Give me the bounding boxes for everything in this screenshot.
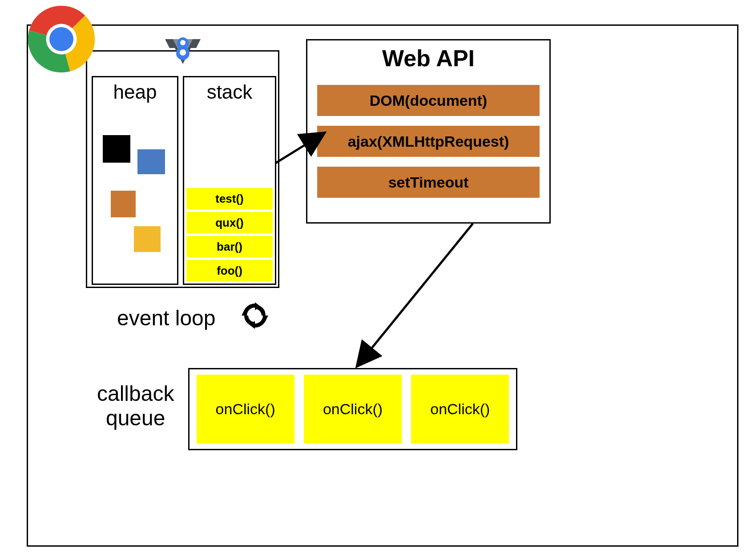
web-api-item: DOM(document) — [317, 85, 540, 116]
callback-label-line1: callback — [97, 382, 174, 405]
stack-frames: test() qux() bar() foo() — [186, 188, 273, 281]
svg-point-11 — [180, 40, 185, 45]
stack-frame: test() — [186, 188, 273, 209]
web-api-box: Web API DOM(document) ajax(XMLHttpReques… — [306, 39, 551, 224]
diagram-frame: heap stack test() qux() bar() foo() Web … — [27, 24, 738, 547]
web-api-item: setTimeout — [317, 167, 540, 198]
stack-box: stack test() qux() bar() foo() — [183, 76, 276, 285]
event-loop-label: event loop — [117, 306, 216, 330]
callback-label-line2: queue — [106, 406, 165, 430]
v8-engine-box: heap stack test() qux() bar() foo() — [86, 50, 279, 288]
v8-icon — [165, 36, 201, 68]
chrome-icon — [28, 6, 95, 72]
stack-frame: foo() — [186, 260, 273, 281]
web-api-item: ajax(XMLHttpRequest) — [317, 126, 540, 157]
stack-title: stack — [184, 81, 275, 103]
svg-line-20 — [358, 224, 473, 365]
heap-object — [103, 135, 130, 163]
svg-point-13 — [180, 49, 186, 56]
heap-object — [137, 149, 165, 174]
web-api-items: DOM(document) ajax(XMLHttpRequest) setTi… — [317, 85, 540, 198]
heap-object — [134, 226, 161, 252]
web-api-title: Web API — [307, 45, 549, 72]
callback-item: onClick() — [411, 375, 509, 444]
stack-frame: bar() — [186, 236, 273, 257]
stack-frame: qux() — [186, 212, 273, 233]
svg-rect-14 — [181, 45, 185, 49]
callback-queue-box: onClick() onClick() onClick() — [188, 368, 517, 450]
callback-queue-label: callback queue — [97, 381, 174, 430]
heap-object — [111, 191, 136, 217]
heap-box: heap — [92, 76, 178, 285]
arrow-webapi-to-queue — [353, 224, 477, 370]
svg-point-6 — [49, 27, 73, 51]
loop-icon — [242, 302, 268, 329]
heap-title: heap — [93, 81, 177, 103]
callback-item: onClick() — [197, 375, 294, 444]
callback-item: onClick() — [304, 375, 402, 444]
